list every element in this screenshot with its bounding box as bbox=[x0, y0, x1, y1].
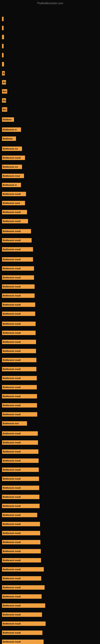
bar-item: Bottleneck result bbox=[2, 367, 36, 371]
bar-item: Bottleneck result bbox=[2, 504, 40, 508]
bar-item: Bottleneck result bbox=[2, 476, 39, 481]
bar-item: Bottleneck result bbox=[2, 513, 37, 517]
bar-item: Bottleneck result bbox=[2, 567, 44, 572]
bar-item: Bottleneck result bbox=[2, 394, 37, 398]
bar-item: Bottleneck re bbox=[2, 183, 21, 187]
bar-item: Bottleneck result bbox=[2, 322, 36, 326]
bar-item: Bottleneck result bbox=[2, 238, 32, 242]
bar-item: Bottleneck result bbox=[2, 349, 36, 353]
bar-item: Bottleneck result bbox=[2, 622, 46, 626]
bar-item: Bottleneck result bbox=[2, 331, 36, 335]
bar-item: Bottleneck result bbox=[2, 450, 38, 454]
bar-item: Bot bbox=[2, 107, 7, 112]
bar-item: Bottleneck result bbox=[2, 431, 38, 436]
bar-item bbox=[2, 53, 3, 57]
bar-item: Bottlenec bbox=[2, 136, 16, 141]
bar-item: Bottleneck result bbox=[2, 558, 41, 562]
bar-item bbox=[2, 26, 3, 30]
bar-item: Bottleneck rest bbox=[2, 421, 27, 426]
bar-item: Bottleneck res bbox=[2, 164, 22, 169]
bar-item: Bottleneck result bbox=[2, 603, 45, 608]
bar-item bbox=[2, 44, 3, 48]
bar-item: Bottleneck result bbox=[2, 302, 35, 307]
bar-item: Bottleneck result bbox=[2, 275, 34, 280]
bar-item: Bottlene bbox=[2, 117, 14, 122]
bar-item: Bottleneck result bbox=[2, 540, 40, 544]
bar-item: B bbox=[2, 71, 5, 76]
bar-item: Bottleneck result bbox=[2, 358, 36, 362]
bar-item: Bottleneck result bbox=[2, 247, 33, 252]
bar-item: Bottleneck result bbox=[2, 522, 40, 526]
bar-item: Bo bbox=[2, 80, 6, 84]
bar-item: Bottleneck result bbox=[2, 594, 42, 599]
bar-item: Bottleneck result bbox=[2, 294, 35, 298]
bar-item: Bottleneck result bbox=[2, 440, 38, 445]
bar-item: Bottleneck result bbox=[2, 284, 35, 289]
bar-item: Bo bbox=[2, 98, 6, 103]
bar-item: Bottleneck result bbox=[2, 412, 37, 416]
bar-item: Bottleneck result bbox=[2, 210, 27, 214]
bar-item: Bottleneck result bbox=[2, 585, 45, 590]
bar-item: Bottleneck result bbox=[2, 486, 39, 490]
bar-item: Bottleneck result bbox=[2, 340, 36, 344]
bar-item bbox=[2, 35, 4, 39]
bar-item bbox=[2, 17, 3, 21]
bar-item: Bot bbox=[2, 89, 7, 94]
bar-item: Bottleneck res bbox=[2, 146, 22, 151]
bar-item: Bottleneck result bbox=[2, 266, 34, 271]
bar-item: Bottleneck resul bbox=[2, 201, 25, 205]
site-title: TheBottlenecker.com bbox=[0, 0, 100, 6]
bar-item: Bottleneck result bbox=[2, 385, 37, 390]
bar-item: Bottleneck result bbox=[2, 219, 28, 224]
bar-item: Bottleneck result bbox=[2, 257, 33, 262]
bar-item: Bottleneck result bbox=[2, 403, 37, 408]
bar-item: Bottleneck result bbox=[2, 612, 42, 617]
bar-item: Bottleneck result bbox=[2, 549, 41, 554]
bar-item: Bottleneck result bbox=[2, 468, 39, 472]
bar-item: Bottleneck result bbox=[2, 630, 42, 635]
bar-item: Bottleneck result bbox=[2, 156, 25, 160]
bar-item: Bottleneck result bbox=[2, 312, 35, 316]
bar-item bbox=[2, 62, 4, 66]
bar-item: Bottleneck result bbox=[2, 576, 41, 580]
bar-item: Bottleneck result bbox=[2, 640, 44, 644]
bar-item: Bottleneck result bbox=[2, 229, 31, 234]
bar-item: Bottleneck resul bbox=[2, 174, 24, 178]
bar-item: Bottleneck result bbox=[2, 458, 39, 463]
bar-item: Bottleneck result bbox=[2, 376, 37, 380]
bar-item: Bottleneck re bbox=[2, 128, 21, 132]
bar-item: Bottleneck result bbox=[2, 531, 40, 535]
bar-item: Bottleneck result bbox=[2, 495, 39, 499]
bar-item: Bottleneck result bbox=[2, 192, 26, 196]
